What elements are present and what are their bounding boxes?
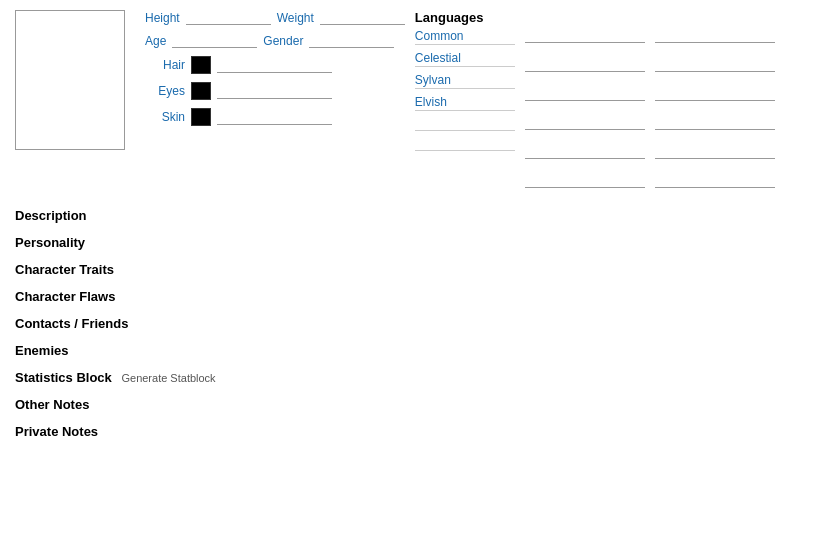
lang-extra-1-4[interactable] [525, 115, 645, 130]
section-label-private-notes: Private Notes [15, 424, 98, 439]
hair-color-swatch[interactable] [191, 56, 211, 74]
skin-row: Skin [145, 108, 405, 126]
lang-extra-2-1[interactable] [655, 28, 775, 43]
lang-item-sylvan: Sylvan [415, 73, 515, 89]
lang-item-blank-1 [415, 117, 515, 131]
eyes-label: Eyes [145, 84, 185, 98]
lang-extra-2-3[interactable] [655, 86, 775, 101]
lang-extra-1-6[interactable] [525, 173, 645, 188]
skin-input[interactable] [217, 110, 332, 125]
height-input[interactable] [186, 10, 271, 25]
languages-section: Languages Common Celestial Sylvan Elvish [415, 10, 515, 188]
lang-extra-2-2[interactable] [655, 57, 775, 72]
section-label-contacts-friends: Contacts / Friends [15, 316, 128, 331]
section-private-notes: Private Notes [15, 424, 803, 439]
section-label-character-flaws: Character Flaws [15, 289, 115, 304]
lang-extra-columns [525, 10, 775, 188]
lang-extra-2-6[interactable] [655, 173, 775, 188]
section-statistics-block: Statistics Block Generate Statblock [15, 370, 803, 385]
lang-list: Common Celestial Sylvan Elvish [415, 29, 515, 154]
hair-row: Hair [145, 56, 405, 74]
weight-input[interactable] [320, 10, 405, 25]
languages-title: Languages [415, 10, 515, 25]
section-label-character-traits: Character Traits [15, 262, 114, 277]
languages-block: Languages Common Celestial Sylvan Elvish [415, 10, 775, 188]
lang-item-celestial: Celestial [415, 51, 515, 67]
lang-extra-1-1[interactable] [525, 28, 645, 43]
section-character-flaws: Character Flaws [15, 289, 803, 304]
section-personality: Personality [15, 235, 803, 250]
lang-item-elvish: Elvish [415, 95, 515, 111]
portrait-box [15, 10, 125, 150]
age-label: Age [145, 34, 166, 48]
section-contacts-friends: Contacts / Friends [15, 316, 803, 331]
eyes-row: Eyes [145, 82, 405, 100]
lang-col-1 [525, 10, 645, 188]
section-label-enemies: Enemies [15, 343, 68, 358]
physical-fields: Height Weight Age Gender Hair Eyes Skin [145, 10, 405, 188]
section-enemies: Enemies [15, 343, 803, 358]
section-other-notes: Other Notes [15, 397, 803, 412]
section-label-personality: Personality [15, 235, 85, 250]
lang-extra-2-4[interactable] [655, 115, 775, 130]
height-weight-row: Height Weight [145, 10, 405, 25]
lang-item-common: Common [415, 29, 515, 45]
section-label-statistics-block: Statistics Block [15, 370, 112, 385]
section-character-traits: Character Traits [15, 262, 803, 277]
section-description: Description [15, 208, 803, 223]
weight-label: Weight [277, 11, 314, 25]
height-label: Height [145, 11, 180, 25]
lang-col-2 [655, 10, 775, 188]
section-label-description: Description [15, 208, 87, 223]
lang-extra-1-3[interactable] [525, 86, 645, 101]
age-gender-row: Age Gender [145, 33, 405, 48]
skin-label: Skin [145, 110, 185, 124]
generate-statblock-link[interactable]: Generate Statblock [121, 372, 215, 384]
lang-extra-2-5[interactable] [655, 144, 775, 159]
lang-extra-1-2[interactable] [525, 57, 645, 72]
skin-color-swatch[interactable] [191, 108, 211, 126]
eyes-input[interactable] [217, 84, 332, 99]
gender-label: Gender [263, 34, 303, 48]
eyes-color-swatch[interactable] [191, 82, 211, 100]
lang-item-blank-2 [415, 137, 515, 151]
hair-label: Hair [145, 58, 185, 72]
hair-input[interactable] [217, 58, 332, 73]
lang-extra-1-5[interactable] [525, 144, 645, 159]
gender-input[interactable] [309, 33, 394, 48]
section-label-other-notes: Other Notes [15, 397, 89, 412]
age-input[interactable] [172, 33, 257, 48]
sections: Description Personality Character Traits… [15, 208, 803, 439]
